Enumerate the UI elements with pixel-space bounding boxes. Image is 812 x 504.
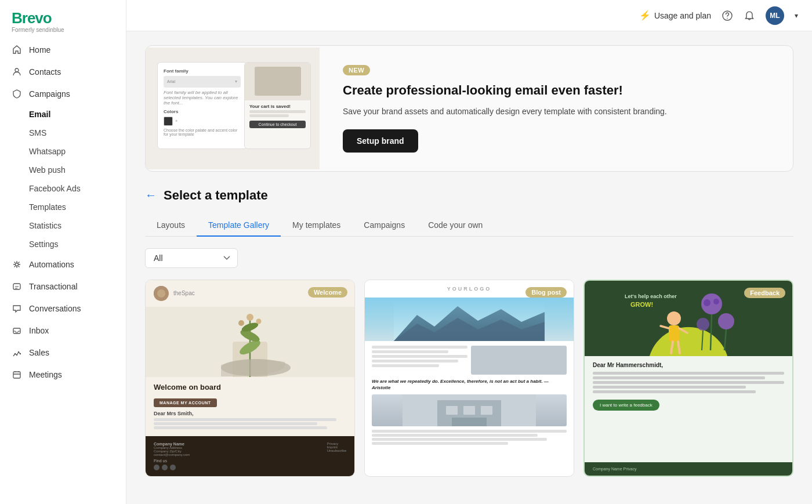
svg-point-10 [727,17,728,19]
sidebar-automations-label: Automations [29,260,74,269]
sidebar-item-campaigns-label: Campaigns [29,89,70,99]
sidebar-statistics-label: Statistics [29,221,61,230]
section-header: ← Select a template [145,188,793,203]
template-card-blog-post[interactable]: Blog post YOURLOGO [364,280,574,477]
user-menu-dropdown[interactable]: ▾ [795,12,798,20]
template-card-feedback[interactable]: Feedback [583,280,793,477]
sidebar-item-contacts-label: Contacts [29,67,61,77]
sidebar-item-webpush[interactable]: Web push [0,161,126,179]
card3-text-5 [593,390,756,393]
svg-point-5 [16,354,17,356]
sidebar-item-sales[interactable]: Sales [0,342,126,364]
category-filter[interactable]: All Welcome Blog post Feedback Promotion… [145,248,238,268]
feedback-badge: Feedback [744,288,785,298]
card3-recipient: Dear Mr Hammerschmidt, [593,362,784,368]
card1-text-line-1 [154,418,336,421]
svg-point-19 [246,314,253,321]
sidebar: Brevo Formerly sendinblue Home Contacts … [0,0,126,504]
sidebar-templates-label: Templates [29,202,66,212]
template-tabs: Layouts Template Gallery My templates Ca… [145,215,793,237]
sidebar-whatsapp-label: Whatsapp [29,147,66,156]
banner-description: Save your brand assets and automatically… [343,105,770,118]
top-header: ⚡ Usage and plan ML ▾ [126,0,812,31]
tab-template-gallery[interactable]: Template Gallery [197,215,281,237]
sidebar-item-statistics[interactable]: Statistics [0,216,126,235]
card3-body: Dear Mr Hammerschmidt, I want to write a… [585,356,792,462]
brand-name: Brevo [12,10,114,26]
card2-quote: We are what we repeatedly do. Excellence… [372,378,567,391]
svg-point-4 [14,353,16,354]
svg-rect-35 [669,325,679,342]
help-icon[interactable] [722,10,733,21]
sidebar-item-contacts[interactable]: Contacts [0,61,126,83]
svg-point-7 [20,353,21,354]
svg-rect-8 [13,372,20,378]
svg-point-42 [697,318,709,331]
section-title: Select a template [164,188,268,203]
setup-brand-button[interactable]: Setup brand [343,129,418,153]
tab-campaigns[interactable]: Campaigns [352,215,416,237]
sidebar-facebook-label: Facebook Ads [29,184,81,193]
brand-formerly: Formerly sendinblue [12,27,114,33]
new-badge: NEW [343,65,370,75]
sidebar-item-conversations[interactable]: Conversations [0,298,126,320]
card1-manage-btn: MANAGE MY ACCOUNT [154,398,217,407]
sidebar-item-inbox[interactable]: Inbox [0,320,126,342]
sidebar-item-transactional[interactable]: Transactional [0,275,126,298]
card1-logo: theSpac [173,290,195,296]
sidebar-inbox-label: Inbox [29,326,49,335]
sidebar-item-campaigns-parent[interactable]: Campaigns [0,83,126,105]
svg-text:Let's help each other: Let's help each other [625,293,677,299]
svg-point-21 [256,318,262,324]
card2-hero-image [365,298,574,341]
svg-point-20 [238,320,244,326]
sidebar-conversations-label: Conversations [29,304,81,313]
back-button[interactable]: ← [145,188,157,202]
sidebar-sms-label: SMS [29,128,46,137]
sidebar-item-sms[interactable]: SMS [0,124,126,142]
notifications-icon[interactable] [744,10,755,21]
usage-and-plan-button[interactable]: ⚡ Usage and plan [639,10,711,21]
card1-plant-illustration [146,307,354,377]
svg-point-6 [18,351,19,353]
avatar-initials: ML [770,12,780,20]
card3-footer-text: Company Name Privacy [593,467,784,471]
svg-rect-31 [452,418,487,426]
template-card-welcome[interactable]: Welcome theSpac [145,280,355,477]
card3-text-1 [593,372,784,375]
card1-footer: Company Name Company Address Company Zip… [146,436,354,476]
card3-feedback-btn: I want to write a feedback [593,400,659,411]
card1-greeting: Dear Mrs Smith, [154,411,346,416]
banner-title: Create professional-looking email even f… [343,82,770,99]
meetings-icon [12,369,22,380]
svg-point-46 [704,299,710,306]
sidebar-logo: Brevo Formerly sendinblue [0,0,126,39]
usage-label: Usage and plan [654,11,711,20]
card2-building-image [372,394,567,426]
sidebar-item-home[interactable]: Home [0,39,126,61]
welcome-badge: Welcome [308,287,347,298]
sidebar-webpush-label: Web push [29,165,66,175]
svg-text:GROW!: GROW! [630,301,653,308]
sidebar-item-templates[interactable]: Templates [0,198,126,216]
sidebar-item-automations[interactable]: Automations [0,253,126,275]
tab-code-your-own[interactable]: Code your own [416,215,494,237]
sidebar-item-meetings[interactable]: Meetings [0,364,126,386]
svg-rect-30 [481,406,492,415]
user-avatar[interactable]: ML [766,6,784,25]
content-area: Font family Arial▾ Font family will be a… [126,31,812,491]
tab-layouts[interactable]: Layouts [145,215,197,237]
sidebar-item-whatsapp[interactable]: Whatsapp [0,142,126,161]
tab-my-templates[interactable]: My templates [281,215,352,237]
svg-point-41 [718,313,734,329]
contacts-icon [12,67,22,77]
transactional-icon [12,281,22,292]
card2-small-image [471,346,567,375]
sidebar-item-email[interactable]: Email [0,105,126,124]
card2-body: We are what we repeatedly do. Excellence… [365,341,574,476]
sidebar-item-facebook-ads[interactable]: Facebook Ads [0,179,126,198]
svg-point-1 [16,263,19,266]
inbox-icon [12,325,22,336]
sidebar-item-settings[interactable]: Settings [0,235,126,253]
card3-text-3 [593,381,784,384]
